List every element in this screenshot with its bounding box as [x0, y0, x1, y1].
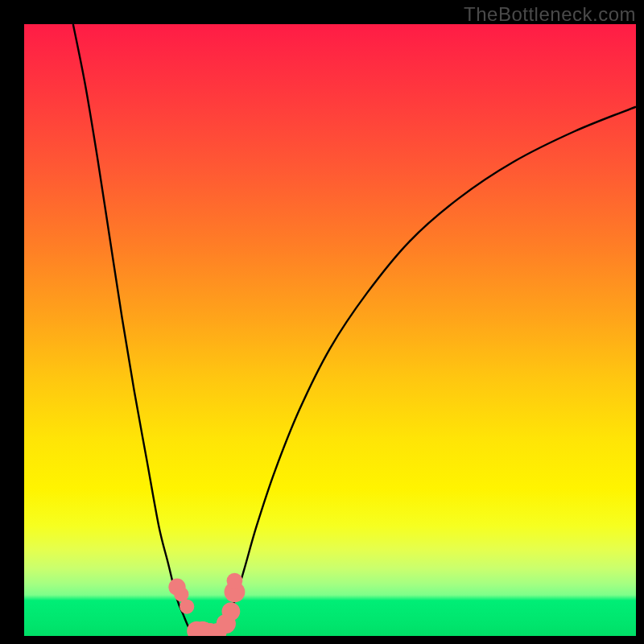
data-marker	[227, 573, 243, 589]
chart-frame: TheBottleneck.com	[0, 0, 644, 644]
data-marker	[221, 602, 240, 621]
curve-layer	[24, 24, 636, 636]
marker-group	[168, 573, 245, 636]
curve-right-branch	[220, 107, 636, 636]
watermark-text: TheBottleneck.com	[464, 3, 636, 26]
curve-left-branch	[73, 24, 196, 636]
plot-area	[24, 24, 636, 636]
data-marker	[180, 599, 194, 613]
